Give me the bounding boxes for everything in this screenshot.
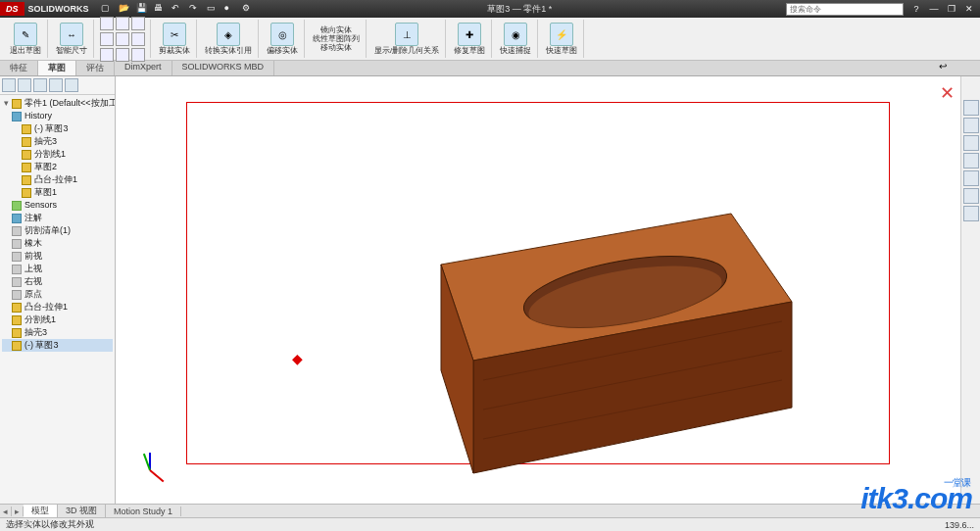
ribbon-exit-sketch[interactable]: ✎ 退出草图 (4, 20, 48, 58)
tree-item[interactable]: 分割线1 (2, 148, 113, 161)
tree-item[interactable]: 上视 (2, 263, 113, 275)
tab-dimxpert[interactable]: DimXpert (115, 61, 172, 75)
ribbon-mirror[interactable]: 镜向实体 线性草图阵列 移动实体 (307, 20, 367, 58)
tree-item-label: 原点 (24, 288, 42, 301)
feature-icon (12, 226, 22, 236)
feature-icon (22, 163, 31, 172)
expander-icon[interactable]: ▾ (4, 97, 9, 110)
tree-item[interactable]: 分割线1 (2, 314, 113, 326)
qat-print-icon[interactable]: 🖶 (154, 3, 166, 15)
qat-options-icon[interactable]: ⚙ (242, 3, 254, 15)
qat-save-icon[interactable]: 💾 (136, 3, 148, 15)
slot-icon[interactable] (131, 48, 145, 62)
tree-item[interactable]: History (2, 110, 113, 122)
tree-tab-feature-icon[interactable] (2, 78, 16, 92)
ribbon-quicksnap[interactable]: ◉ 快速捕捉 (494, 20, 538, 58)
appearances-icon[interactable] (963, 170, 979, 186)
ribbon-relations[interactable]: ⊥ 显示/删除几何关系 (368, 20, 446, 58)
custom-props-icon[interactable] (963, 188, 979, 204)
tree-item[interactable]: 抽壳3 (2, 326, 113, 339)
design-lib-icon[interactable] (963, 118, 979, 133)
tree-tab-dim-icon[interactable] (49, 78, 63, 92)
bottom-tab-3d-视图[interactable]: 3D 视图 (58, 505, 106, 517)
ribbon-convert[interactable]: ◈ 转换实体引用 (199, 20, 259, 58)
tree-item-label: (-) 草图3 (24, 339, 59, 352)
tree-item[interactable]: 抽壳3 (2, 135, 113, 148)
feature-icon (12, 315, 22, 325)
tab-评估[interactable]: 评估 (76, 61, 115, 75)
ribbon-offset[interactable]: ◎ 偏移实体 (261, 20, 305, 58)
line-icon[interactable] (100, 17, 114, 30)
ribbon-label: 偏移实体 (267, 47, 298, 55)
bottom-tab-motion-study-1[interactable]: Motion Study 1 (106, 507, 181, 516)
cancel-sketch-icon[interactable]: ✕ (940, 82, 955, 104)
close-button[interactable]: ✕ (962, 4, 976, 14)
window-controls: ? — ❐ ✕ (909, 4, 976, 14)
tab-特征[interactable]: 特征 (0, 61, 38, 75)
tree-root[interactable]: ▾ 零件1 (Default<<按加工>><<De (2, 97, 113, 110)
tree-item[interactable]: (-) 草图3 (2, 339, 113, 352)
tree-item-label: 右视 (24, 275, 42, 288)
tree-tab-display-icon[interactable] (65, 78, 78, 92)
qat-undo-icon[interactable]: ↶ (172, 3, 183, 15)
ribbon-label: 退出草图 (10, 47, 41, 55)
qat-rebuild-icon[interactable]: ● (224, 3, 236, 15)
file-explorer-icon[interactable] (963, 135, 979, 151)
tree-tab-config-icon[interactable] (33, 78, 47, 92)
tab-草图[interactable]: 草图 (38, 61, 76, 75)
sketch-origin-marker: ◆ (292, 351, 303, 366)
confirm-sketch-icon[interactable]: ↩ (939, 61, 955, 76)
tree-item[interactable]: Sensors (2, 199, 113, 212)
status-bar: 选择实体以修改其外观 139.6... (0, 517, 980, 531)
tree-item[interactable]: 草图1 (2, 186, 113, 199)
scroll-right-icon[interactable]: ▸ (12, 507, 24, 516)
feature-icon (22, 137, 31, 147)
point-icon[interactable] (100, 48, 114, 62)
tree-item[interactable]: (-) 草图3 (2, 122, 113, 135)
circle-icon[interactable] (131, 17, 145, 30)
qat-open-icon[interactable]: 📂 (119, 3, 130, 15)
bottom-tab-模型[interactable]: 模型 (24, 505, 58, 517)
qat-redo-icon[interactable]: ↷ (189, 3, 201, 15)
resources-icon[interactable] (963, 100, 979, 116)
help-icon[interactable]: ? (909, 4, 923, 14)
tree-item-label: 分割线1 (34, 148, 66, 161)
tree-item[interactable]: 切割清单(1) (2, 224, 113, 237)
tab-solidworks-mbd[interactable]: SOLIDWORKS MBD (172, 61, 275, 75)
command-search-input[interactable] (786, 3, 904, 16)
tree-item[interactable]: 注解 (2, 212, 113, 224)
tree-item-label: 切割清单(1) (24, 224, 71, 237)
feature-icon (22, 124, 31, 134)
ribbon-trim[interactable]: ✂ 剪裁实体 (153, 20, 197, 58)
orientation-triad[interactable] (137, 443, 169, 474)
ribbon-rapid[interactable]: ⚡ 快速草图 (540, 20, 584, 58)
arc-icon[interactable] (100, 32, 114, 46)
spline-icon[interactable] (116, 32, 129, 46)
ribbon-repair[interactable]: ✚ 修复草图 (448, 20, 492, 58)
ellipse-icon[interactable] (131, 32, 145, 46)
minimize-button[interactable]: — (927, 4, 941, 14)
relations-icon: ⊥ (395, 23, 418, 46)
feature-icon (12, 239, 22, 249)
graphics-viewport[interactable]: ◆ (116, 76, 960, 504)
tree-item[interactable]: 右视 (2, 275, 113, 288)
feature-icon (22, 188, 31, 198)
tree-tab-property-icon[interactable] (18, 78, 31, 92)
maximize-button[interactable]: ❐ (945, 4, 958, 14)
ribbon-smart-dim[interactable]: ↔ 智能尺寸 (50, 20, 94, 58)
bottom-tab-strip: ◂ ▸ 模型3D 视图Motion Study 1 (0, 504, 980, 517)
rect-icon[interactable] (116, 17, 129, 30)
qat-select-icon[interactable]: ▭ (207, 3, 219, 15)
qat-new-icon[interactable]: ▢ (101, 3, 113, 15)
tree-item[interactable]: 橡木 (2, 237, 113, 250)
tree-item[interactable]: 凸台-拉伸1 (2, 301, 113, 314)
view-palette-icon[interactable] (963, 153, 979, 169)
tree-item[interactable]: 前视 (2, 250, 113, 263)
tree-item[interactable]: 草图2 (2, 161, 113, 173)
feature-icon (12, 201, 22, 211)
tree-item[interactable]: 原点 (2, 288, 113, 301)
scroll-left-icon[interactable]: ◂ (0, 507, 12, 516)
forum-icon[interactable] (963, 206, 979, 221)
tree-item[interactable]: 凸台-拉伸1 (2, 173, 113, 186)
text-icon[interactable] (116, 48, 129, 62)
